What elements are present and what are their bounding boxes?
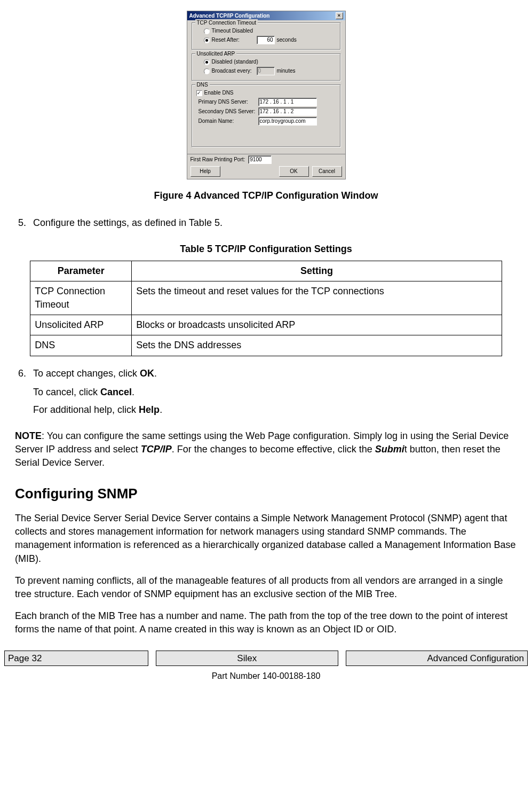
dialog-title: Advanced TCP/IP Configuration [189,12,270,20]
table-caption: Table 5 TCP/IP Configuration Settings [15,242,517,256]
group-tcp-title: TCP Connection Timeout [195,19,258,27]
step6-line3-b: Help [139,404,160,415]
step6-line1-a: To accept changes, click [33,368,140,379]
group-tcp-timeout: TCP Connection Timeout Timeout Disabled … [192,22,341,50]
help-button[interactable]: Help [190,166,220,177]
group-dns-title: DNS [195,81,210,89]
radio-timeout-disabled[interactable] [204,28,210,34]
table-header-setting: Setting [132,261,502,281]
dialog-footer: First Raw Printing Port: 9100 [187,154,345,166]
cancel-button[interactable]: Cancel [312,166,342,177]
note-t2: . For the changes to become effective, c… [172,444,375,455]
note-b1: TCP/IP [141,444,172,455]
cell-setting: Blocks or broadcasts unsolicited ARP [132,315,502,335]
ok-button[interactable]: OK [279,166,309,177]
config-settings-table: Parameter Setting TCP Connection Timeout… [30,261,502,356]
radio-arp-disabled[interactable] [204,59,210,65]
radio-reset-after[interactable] [204,37,210,43]
radio-arp-broadcast[interactable] [204,68,210,74]
cell-setting: Sets the timeout and reset values for th… [132,281,502,315]
checkbox-enable-dns[interactable]: ✓ [196,90,202,96]
step6-line1-c: . [154,368,157,379]
step6-line2: To cancel, click Cancel. [33,386,517,399]
step6-line2-c: . [132,387,134,397]
step-6: To accept changes, click OK. [29,367,517,380]
input-primary-dns[interactable]: 172 . 16 . 1 . 1 [258,98,317,106]
footer-page-number: Page 32 [4,651,148,667]
label-arp-disabled: Disabled (standard) [212,58,258,66]
label-enable-dns: Enable DNS [204,89,234,97]
step6-line1-b: OK [140,368,154,379]
snmp-para-1: The Serial Device Server Serial Device S… [15,512,517,566]
input-reset-seconds[interactable]: 60 [257,36,275,44]
footer-section: Advanced Configuration [346,651,528,667]
cell-param: Unsolicited ARP [30,315,132,335]
cell-param: TCP Connection Timeout [30,281,132,315]
figure-caption: Figure 4 Advanced TCP/IP Configuration W… [15,189,517,202]
step6-line3-a: For additional help, click [33,404,139,415]
label-domain-name: Domain Name: [198,118,256,125]
input-raw-port[interactable]: 9100 [248,155,272,164]
page-footer-bar: Page 32 Silex Advanced Configuration [0,651,532,667]
snmp-para-2: To prevent naming conflicts, all of the … [15,574,517,601]
label-raw-port: First Raw Printing Port: [190,156,245,163]
step6-line2-b: Cancel [100,387,132,397]
label-minutes: minutes [277,67,296,75]
dialog-screenshot: Advanced TCP/IP Configuration × TCP Conn… [15,11,517,179]
input-arp-minutes[interactable]: 0 [257,67,275,75]
step-5-text: Configure the settings, as defined in Ta… [33,217,223,228]
step6-line3-c: . [160,404,162,415]
step-5: Configure the settings, as defined in Ta… [29,216,517,230]
label-secondary-dns: Secondary DNS Server: [198,108,256,115]
dialog-window: Advanced TCP/IP Configuration × TCP Conn… [187,11,346,179]
footer-brand: Silex [156,651,338,667]
label-seconds: seconds [277,36,297,44]
cell-setting: Sets the DNS addresses [132,335,502,356]
note-b2: Submi [375,444,404,455]
footer-part-number: Part Number 140-00188-180 [0,670,532,682]
input-secondary-dns[interactable]: 172 . 16 . 1 . 2 [258,107,317,116]
label-primary-dns: Primary DNS Server: [198,98,256,106]
label-timeout-disabled: Timeout Disabled [212,27,253,35]
heading-configuring-snmp: Configuring SNMP [15,484,517,503]
input-domain-name[interactable]: corp.troygroup.com [258,117,317,126]
snmp-para-3: Each branch of the MIB Tree has a number… [15,609,517,636]
group-arp-title: Unsolicited ARP [195,50,237,58]
label-arp-broadcast: Broadcast every: [212,67,255,75]
note-label: NOTE [15,430,42,441]
label-reset-after: Reset After: [212,36,255,44]
cell-param: DNS [30,335,132,356]
table-row: Unsolicited ARP Blocks or broadcasts uns… [30,315,502,335]
close-icon[interactable]: × [336,12,343,19]
step6-line2-a: To cancel, click [33,387,100,397]
note-paragraph: NOTE: You can configure the same setting… [15,429,517,470]
table-row: TCP Connection Timeout Sets the timeout … [30,281,502,315]
group-arp: Unsolicited ARP Disabled (standard) Broa… [192,53,341,81]
step6-line3: For additional help, click Help. [33,403,517,417]
group-dns: DNS ✓ Enable DNS Primary DNS Server: 172… [192,84,341,147]
table-row: DNS Sets the DNS addresses [30,335,502,356]
table-header-parameter: Parameter [30,261,132,281]
